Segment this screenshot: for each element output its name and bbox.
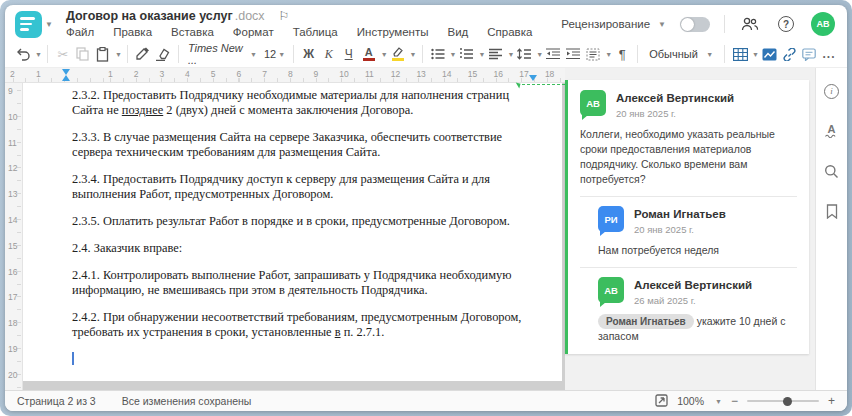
highlight-color-caret-icon[interactable]: ▼ — [410, 51, 417, 58]
flag-icon[interactable]: ⚐ — [279, 9, 290, 23]
search-icon[interactable] — [821, 160, 843, 182]
font-color-caret-icon[interactable]: ▼ — [381, 51, 388, 58]
insert-chart-button[interactable] — [759, 43, 779, 65]
insert-table-caret-icon[interactable]: ▼ — [752, 51, 759, 58]
menu-item-1[interactable]: Правка — [113, 26, 152, 38]
line-spacing-button[interactable] — [514, 43, 534, 65]
toolbar-more-button[interactable]: ... — [819, 43, 839, 65]
menu-item-5[interactable]: Инструменты — [357, 26, 429, 38]
insert-link-button[interactable] — [779, 43, 799, 65]
vertical-ruler[interactable]: 91011121314151617181920 — [5, 83, 23, 390]
highlight-color-button[interactable] — [388, 43, 408, 65]
font-name-select[interactable]: Times New ...▼ — [184, 43, 261, 65]
line-spacing-caret-icon[interactable]: ▼ — [536, 51, 543, 58]
paragraph-2[interactable]: 2.3.4. Предоставить Подрядчику доступ к … — [72, 172, 534, 202]
horizontal-ruler[interactable]: 21123456789101112131415161718 — [5, 68, 565, 83]
paragraph-text: 2.3.4. Предоставить Подрядчику доступ к … — [72, 172, 490, 201]
comment-avatar: АВ — [598, 277, 624, 303]
paragraph-settings-caret-icon[interactable]: ▼ — [605, 51, 612, 58]
comment-reply[interactable]: АВАлексей Вертинский26 май 2025 г.Роман … — [598, 277, 797, 344]
right-indent-marker[interactable] — [529, 75, 537, 81]
zoom-caret-icon[interactable]: ▼ — [715, 398, 722, 405]
zoom-slider-knob[interactable] — [783, 397, 792, 406]
paragraph-5[interactable]: 2.4.1. Контролировать выполнение Работ, … — [72, 268, 534, 298]
menu-item-0[interactable]: Файл — [66, 26, 94, 38]
comment-thread-card[interactable]: АВАлексей Вертинский20 янв 2025 г.Коллег… — [565, 80, 809, 354]
menu-item-2[interactable]: Вставка — [171, 26, 214, 38]
bullet-list-caret-icon[interactable]: ▼ — [450, 51, 457, 58]
review-mode-dropdown[interactable]: Рецензирование ▼ — [561, 18, 666, 30]
h-ruler-number: 6 — [237, 69, 242, 79]
document-page[interactable]: 2.3.2. Предоставить Подрядчику необходим… — [23, 83, 562, 381]
align-caret-icon[interactable]: ▼ — [507, 51, 514, 58]
paragraph-3[interactable]: 2.3.5. Оплатить результат Работ в порядк… — [72, 214, 534, 229]
h-ruler-number: 11 — [365, 69, 374, 79]
zoom-out-button[interactable]: − — [731, 394, 738, 408]
decrease-indent-button[interactable] — [543, 43, 563, 65]
about-info-icon[interactable]: i — [821, 80, 843, 102]
app-logo[interactable] — [15, 11, 42, 38]
align-button[interactable] — [485, 43, 505, 65]
page-indicator[interactable]: Страница 2 из 3 — [17, 395, 96, 407]
font-color-button[interactable]: А — [359, 43, 379, 65]
document-column: 21123456789101112131415161718 9101112131… — [5, 68, 565, 390]
paste-button[interactable] — [93, 43, 113, 65]
v-ruler-number: 20 — [8, 370, 17, 380]
paragraph-text: 2 (двух) дней с момента заключения Догов… — [163, 103, 413, 117]
paste-caret-icon[interactable]: ▼ — [115, 51, 122, 58]
paragraph-0[interactable]: 2.3.2. Предоставить Подрядчику необходим… — [72, 88, 534, 118]
clear-style-button[interactable] — [153, 43, 173, 65]
font-size-select[interactable]: 12▼ — [261, 43, 288, 65]
menu-item-3[interactable]: Формат — [233, 26, 274, 38]
underline-button[interactable]: Ч — [339, 43, 359, 65]
increase-indent-button[interactable] — [563, 43, 583, 65]
left-indent-marker[interactable] — [62, 75, 70, 81]
app-frame: ▼ Договор на оказание услуг.docx ⚐ ФайлП… — [0, 0, 852, 416]
spellcheck-icon[interactable]: А — [821, 120, 843, 142]
comment-button[interactable] — [799, 43, 819, 65]
bold-button[interactable]: Ж — [299, 43, 319, 65]
paragraph-settings-button[interactable] — [583, 43, 603, 65]
italic-button[interactable]: К — [319, 43, 339, 65]
user-avatar[interactable]: АВ — [811, 12, 835, 36]
h-ruler-number: 5 — [211, 69, 216, 79]
document-scroll: 91011121314151617181920 2.3.2. Предостав… — [5, 83, 565, 390]
review-toggle[interactable] — [680, 17, 710, 32]
insert-table-button[interactable] — [730, 43, 750, 65]
h-ruler-number: 9 — [314, 69, 319, 79]
save-status: Все изменения сохранены — [122, 395, 252, 407]
numbered-list-button[interactable] — [456, 43, 476, 65]
paragraph-style-select[interactable]: Обычный▼ — [643, 43, 719, 65]
h-ruler-number: 17 — [519, 69, 528, 79]
paragraph-6[interactable]: 2.4.2. При обнаружении несоответствий тр… — [72, 310, 534, 340]
numbered-list-caret-icon[interactable]: ▼ — [478, 51, 485, 58]
paragraph-1[interactable]: 2.3.3. В случае размещения Сайта на серв… — [72, 130, 534, 160]
mention-badge[interactable]: Роман Игнатьев — [598, 314, 694, 329]
title-block: Договор на оказание услуг.docx ⚐ ФайлПра… — [66, 8, 561, 40]
collaboration-users-icon[interactable] — [739, 13, 761, 35]
bookmark-icon[interactable] — [821, 200, 843, 222]
menu-item-7[interactable]: Справка — [487, 26, 532, 38]
cut-button[interactable]: ✂ — [53, 43, 73, 65]
undo-button[interactable] — [13, 43, 33, 65]
comment-root[interactable]: АВАлексей Вертинский20 янв 2025 г.Коллег… — [580, 90, 797, 187]
undo-caret-icon[interactable]: ▼ — [35, 51, 42, 58]
fit-width-icon[interactable] — [655, 394, 668, 409]
format-painter-button[interactable] — [133, 43, 153, 65]
menu-item-6[interactable]: Вид — [447, 26, 468, 38]
menu-item-4[interactable]: Таблица — [293, 26, 338, 38]
nonprinting-chars-button[interactable]: ¶ — [612, 43, 632, 65]
comment-reply[interactable]: РИРоман Игнатьев20 янв 2025 г.Нам потреб… — [598, 206, 797, 258]
zoom-slider[interactable] — [747, 400, 819, 402]
paragraph-4[interactable]: 2.4. Заказчик вправе: — [72, 241, 534, 256]
paragraph-text: 2.4. Заказчик вправе: — [72, 241, 182, 255]
paragraph-text: 2.3.3. В случае размещения Сайта на серв… — [72, 130, 502, 159]
logo-menu-caret-icon[interactable]: ▼ — [45, 20, 53, 29]
bullet-list-button[interactable] — [428, 43, 448, 65]
copy-button[interactable] — [73, 43, 93, 65]
help-icon[interactable]: ? — [775, 13, 797, 35]
zoom-in-button[interactable]: + — [828, 394, 835, 408]
zoom-value[interactable]: 100% — [677, 395, 704, 407]
h-ruler-number: 4 — [185, 69, 190, 79]
review-caret-icon: ▼ — [658, 20, 666, 29]
